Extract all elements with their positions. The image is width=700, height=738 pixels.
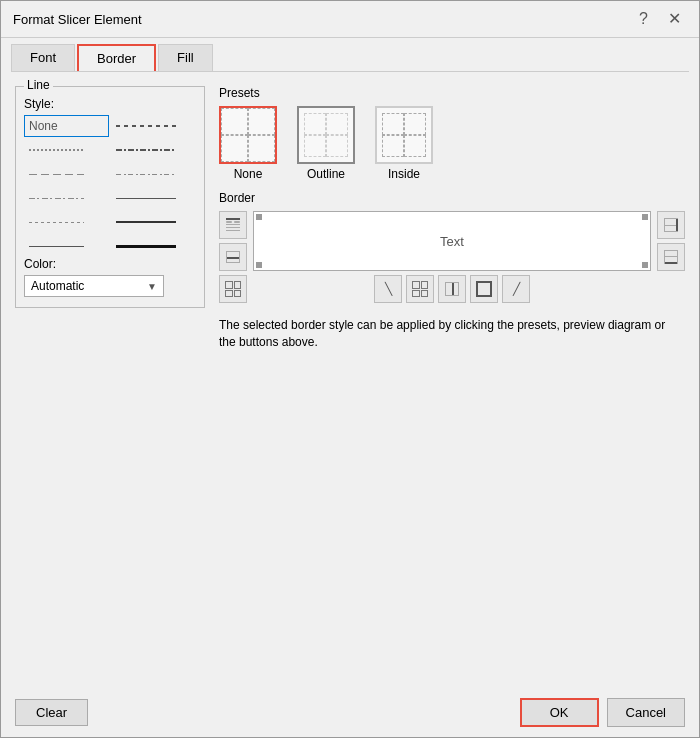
preset-outline[interactable]: Outline	[297, 106, 355, 181]
style-dotted1[interactable]	[24, 139, 109, 161]
style-solid-thick[interactable]	[111, 235, 196, 257]
style-left-dash-dot[interactable]	[24, 187, 109, 209]
vertical-inner-btn[interactable]	[438, 275, 466, 303]
style-grid: None	[24, 115, 196, 257]
preset-inside-label: Inside	[388, 167, 420, 181]
style-solid-thin[interactable]	[111, 187, 196, 209]
color-value: Automatic	[31, 279, 84, 293]
left-panel: Line Style: None	[15, 86, 205, 678]
bottom-border-btn[interactable]	[657, 243, 685, 271]
style-none-cell[interactable]: None	[24, 115, 109, 137]
line-group-label: Line	[24, 78, 53, 92]
svg-rect-15	[445, 295, 459, 296]
tab-border[interactable]: Border	[77, 44, 156, 71]
preset-outline-box	[297, 106, 355, 164]
preset-inside[interactable]: Inside	[375, 106, 433, 181]
style-short-dash[interactable]	[111, 163, 196, 185]
info-text: The selected border style can be applied…	[219, 317, 685, 351]
bottom-border-btn-row: ╲	[253, 275, 651, 303]
tab-fill[interactable]: Fill	[158, 44, 213, 71]
ok-button[interactable]: OK	[520, 698, 599, 727]
border-preview[interactable]: Text	[253, 211, 651, 271]
svg-rect-10	[239, 251, 240, 263]
left-dash-icon	[29, 174, 84, 175]
right-border-btn[interactable]	[657, 211, 685, 239]
horizontal-border-btn[interactable]	[219, 243, 247, 271]
diag-up-icon: ╱	[513, 282, 520, 296]
corner-tl-mark	[256, 214, 262, 220]
style-dotted2[interactable]	[24, 211, 109, 233]
main-row: Line Style: None	[15, 86, 685, 678]
left-dash-dot-icon	[29, 198, 84, 199]
dash-dot-icon	[116, 149, 176, 151]
svg-rect-8	[226, 262, 240, 263]
solid-thick-icon	[116, 245, 176, 248]
svg-rect-4	[226, 227, 240, 228]
horiz-border-icon	[225, 249, 241, 265]
bottom-bar: Clear OK Cancel	[1, 688, 699, 737]
svg-rect-0	[226, 218, 240, 220]
style-label: Style:	[24, 97, 196, 111]
tab-font[interactable]: Font	[11, 44, 75, 71]
svg-rect-6	[226, 251, 240, 252]
color-dropdown[interactable]: Automatic ▼	[24, 275, 164, 297]
style-solid-medium[interactable]	[111, 211, 196, 233]
svg-rect-3	[226, 224, 240, 225]
content-area: Line Style: None	[1, 72, 699, 688]
style-none-text: None	[29, 119, 58, 133]
corner-tr-mark	[642, 214, 648, 220]
border-label: Border	[219, 191, 685, 205]
border-controls: Text ╲	[219, 211, 685, 303]
inside-inner-icon	[382, 113, 425, 156]
left-border-buttons	[219, 211, 247, 303]
presets-label: Presets	[219, 86, 685, 100]
preset-none-label: None	[234, 167, 263, 181]
svg-rect-20	[664, 225, 676, 226]
inner-border-icon	[412, 281, 428, 297]
inner-border-btn[interactable]	[406, 275, 434, 303]
solid-thin-icon	[116, 198, 176, 199]
diag-down-btn[interactable]: ╲	[374, 275, 402, 303]
preset-none[interactable]: None	[219, 106, 277, 181]
svg-rect-9	[226, 251, 227, 263]
border-preview-text: Text	[440, 234, 464, 249]
top-outer-border-btn[interactable]	[219, 211, 247, 239]
style-dash-dot[interactable]	[111, 139, 196, 161]
border-section: Border	[219, 191, 685, 303]
style-dash-long[interactable]	[111, 115, 196, 137]
corner-br-mark	[642, 262, 648, 268]
dash-line-icon	[116, 125, 176, 127]
svg-rect-13	[458, 282, 459, 296]
short-dash-icon	[116, 174, 176, 175]
all-borders-icon	[225, 281, 241, 297]
style-left-dash[interactable]	[24, 163, 109, 185]
ok-cancel-row: OK Cancel	[520, 698, 685, 727]
svg-rect-5	[226, 230, 240, 231]
all-borders-btn[interactable]	[219, 275, 247, 303]
dotted-line-icon	[29, 149, 84, 151]
solid-medium-icon	[116, 221, 176, 223]
cancel-button[interactable]: Cancel	[607, 698, 685, 727]
svg-rect-11	[445, 282, 446, 296]
tabs: Font Border Fill	[1, 38, 699, 71]
dropdown-arrow-icon: ▼	[147, 281, 157, 292]
none-grid-icon	[221, 108, 275, 162]
preset-outline-label: Outline	[307, 167, 345, 181]
left-solid-icon	[29, 246, 84, 247]
svg-rect-12	[452, 282, 454, 296]
svg-rect-25	[664, 256, 678, 257]
style-left-solid[interactable]	[24, 235, 109, 257]
svg-rect-19	[664, 231, 678, 232]
close-button[interactable]: ✕	[662, 9, 687, 29]
help-button[interactable]: ?	[633, 9, 654, 29]
vert-inside-icon	[444, 281, 460, 297]
corner-bl-mark	[256, 262, 262, 268]
outer-box-btn[interactable]	[470, 275, 498, 303]
diag-up-btn[interactable]: ╱	[502, 275, 530, 303]
border-preview-wrapper: Text ╲	[253, 211, 651, 303]
outer-border-icon	[476, 281, 492, 297]
presets-row: None Ou	[219, 106, 685, 181]
svg-rect-2	[234, 221, 240, 223]
clear-button[interactable]: Clear	[15, 699, 88, 726]
color-label: Color:	[24, 257, 196, 271]
